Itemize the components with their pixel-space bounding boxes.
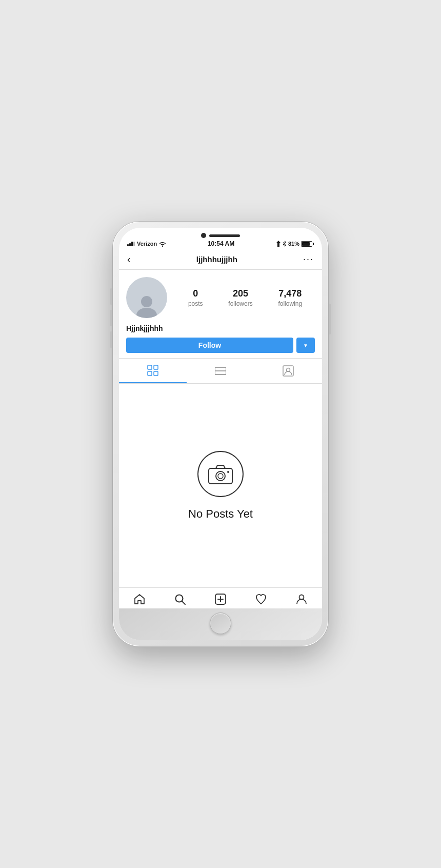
followers-label: followers xyxy=(228,300,252,307)
tab-tagged[interactable] xyxy=(254,359,322,383)
nav-activity[interactable] xyxy=(255,593,267,605)
phone-frame: Verizon 10:54 AM 81% xyxy=(113,222,328,646)
followers-stat[interactable]: 205 followers xyxy=(228,288,252,307)
followers-count: 205 xyxy=(233,288,248,299)
speaker-bar xyxy=(209,234,240,237)
status-right: 81% xyxy=(276,241,314,247)
location-icon xyxy=(276,241,281,247)
carrier-name: Verizon xyxy=(137,241,157,247)
action-buttons: Follow ▼ xyxy=(126,338,315,353)
profile-display-name: Hjjnkjjjhhh xyxy=(126,324,315,332)
svg-point-1 xyxy=(136,308,157,318)
svg-point-0 xyxy=(141,296,152,307)
avatar-silhouette-icon xyxy=(134,292,159,318)
following-stat[interactable]: 7,478 following xyxy=(278,288,302,307)
grid-icon xyxy=(147,365,158,376)
battery-percent: 81% xyxy=(288,241,299,247)
camera-area xyxy=(201,233,240,238)
avatar-circle xyxy=(126,277,167,318)
more-options-button[interactable]: ··· xyxy=(303,254,314,265)
signal-bars-icon xyxy=(127,241,135,246)
svg-point-14 xyxy=(216,471,225,481)
front-camera-icon xyxy=(201,233,206,238)
svg-rect-3 xyxy=(154,365,158,369)
profile-top: 0 posts 205 followers 7,478 following xyxy=(126,277,315,318)
posts-count: 0 xyxy=(193,288,198,299)
heart-icon xyxy=(255,593,267,605)
list-icon xyxy=(215,366,226,376)
svg-rect-13 xyxy=(209,468,232,484)
nav-add[interactable] xyxy=(214,593,227,605)
profile-username-header: ljjhhhujjjhh xyxy=(196,255,237,264)
profile-icon xyxy=(295,593,308,605)
search-icon xyxy=(174,593,186,605)
home-button-area xyxy=(119,608,322,640)
following-label: following xyxy=(278,300,302,307)
tab-list[interactable] xyxy=(187,359,254,383)
top-decoration xyxy=(119,228,322,239)
tab-bar xyxy=(119,359,322,384)
home-icon xyxy=(133,593,146,605)
status-time: 10:54 AM xyxy=(208,240,234,247)
bluetooth-icon xyxy=(283,241,287,247)
bottom-nav xyxy=(119,587,322,608)
nav-search[interactable] xyxy=(174,593,186,605)
camera-icon xyxy=(208,463,233,485)
status-bar: Verizon 10:54 AM 81% xyxy=(119,239,322,249)
follow-dropdown-button[interactable]: ▼ xyxy=(296,338,315,353)
svg-point-16 xyxy=(227,471,229,473)
posts-label: posts xyxy=(188,300,203,307)
svg-line-18 xyxy=(182,601,185,604)
follow-button[interactable]: Follow xyxy=(126,338,293,353)
wifi-icon xyxy=(159,241,166,247)
navigation-bar: ‹ ljjhhhujjjhh ··· xyxy=(119,249,322,270)
avatar xyxy=(126,277,167,318)
phone-screen: Verizon 10:54 AM 81% xyxy=(119,228,322,640)
status-left: Verizon xyxy=(127,241,166,247)
svg-rect-4 xyxy=(148,371,152,376)
no-posts-icon xyxy=(197,451,244,497)
back-button[interactable]: ‹ xyxy=(127,253,131,265)
svg-rect-2 xyxy=(148,365,152,369)
content-area: No Posts Yet xyxy=(119,384,322,587)
tagged-icon xyxy=(283,365,294,377)
battery-icon xyxy=(301,241,314,247)
no-posts-text: No Posts Yet xyxy=(188,507,253,521)
svg-rect-5 xyxy=(154,371,158,376)
add-icon xyxy=(214,593,227,605)
following-count: 7,478 xyxy=(278,288,302,299)
nav-profile[interactable] xyxy=(295,593,308,605)
nav-home[interactable] xyxy=(133,593,146,605)
posts-stat[interactable]: 0 posts xyxy=(188,288,203,307)
dropdown-arrow-icon: ▼ xyxy=(303,343,308,348)
profile-section: 0 posts 205 followers 7,478 following Hj… xyxy=(119,270,322,359)
svg-point-15 xyxy=(218,474,223,479)
stats-container: 0 posts 205 followers 7,478 following xyxy=(175,288,315,307)
tab-grid[interactable] xyxy=(119,359,187,383)
home-button[interactable] xyxy=(210,613,231,634)
